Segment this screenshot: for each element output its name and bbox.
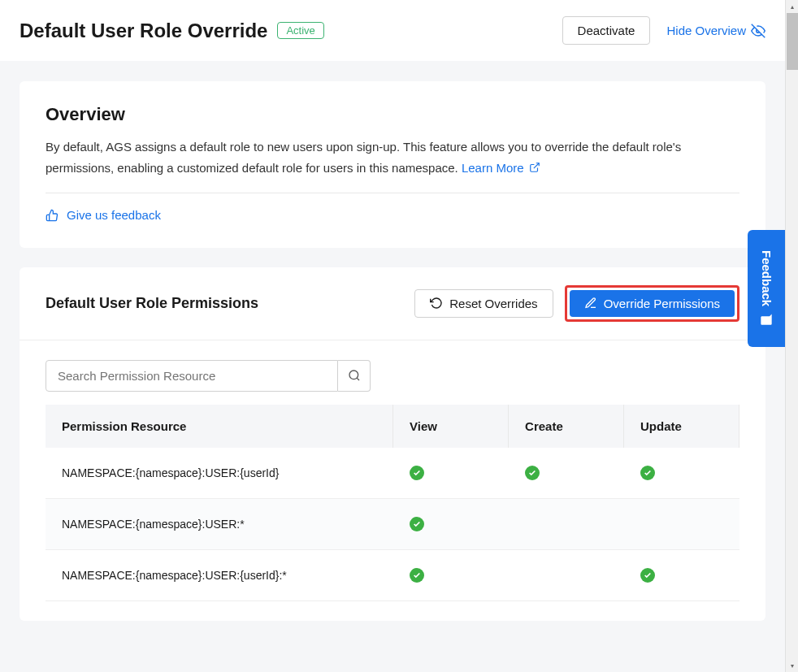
check-icon [640, 568, 655, 583]
chat-icon [760, 314, 773, 327]
scrollbar[interactable]: ▴ ▾ [785, 0, 798, 672]
check-icon [410, 466, 424, 480]
override-permissions-button[interactable]: Override Permissions [570, 290, 735, 317]
table-row: NAMESPACE:{namespace}:USER:{userId}:* [46, 549, 739, 600]
table-row: NAMESPACE:{namespace}:USER:* [46, 498, 739, 549]
deactivate-button[interactable]: Deactivate [562, 16, 651, 45]
overview-title: Overview [46, 104, 739, 125]
page-title: Default User Role Override [20, 20, 267, 42]
col-create: Create [509, 405, 624, 448]
feedback-tab-label: Feedback [760, 250, 774, 306]
cell-resource: NAMESPACE:{namespace}:USER:{userId}:* [46, 549, 393, 600]
search-input[interactable] [46, 360, 338, 392]
check-icon [525, 466, 540, 480]
feedback-tab[interactable]: Feedback [748, 230, 785, 347]
override-permissions-label: Override Permissions [604, 297, 720, 310]
permissions-title: Default User Role Permissions [46, 295, 258, 312]
learn-more-label: Learn More [462, 158, 524, 179]
col-view: View [393, 405, 509, 448]
svg-line-3 [357, 378, 359, 380]
hide-overview-button[interactable]: Hide Overview [666, 24, 765, 38]
scrollbar-thumb[interactable] [787, 13, 798, 70]
give-feedback-label: Give us feedback [67, 208, 161, 222]
highlight-box: Override Permissions [565, 285, 739, 322]
svg-point-2 [349, 371, 358, 379]
hide-overview-label: Hide Overview [666, 24, 746, 37]
cell-resource: NAMESPACE:{namespace}:USER:* [46, 498, 393, 549]
col-update: Update [624, 405, 739, 448]
permissions-table: Permission Resource View Create Update N… [46, 405, 739, 601]
check-icon [410, 568, 424, 583]
reset-overrides-button[interactable]: Reset Overrides [414, 289, 553, 318]
give-feedback-link[interactable]: Give us feedback [46, 208, 161, 222]
refresh-icon [430, 297, 443, 310]
page-header: Default User Role Override Active Deacti… [0, 0, 785, 62]
edit-icon [584, 297, 597, 310]
cell-resource: NAMESPACE:{namespace}:USER:{userId} [46, 448, 393, 499]
cell-view [393, 448, 509, 499]
permissions-card: Default User Role Permissions Reset Over… [20, 267, 765, 621]
cell-create [509, 549, 624, 600]
check-icon [410, 517, 424, 531]
cell-create [509, 498, 624, 549]
cell-update [624, 448, 739, 499]
thumbs-up-icon [46, 209, 59, 222]
search-icon [348, 369, 361, 382]
learn-more-link[interactable]: Learn More [462, 158, 540, 179]
eye-off-icon [751, 24, 765, 38]
table-row: NAMESPACE:{namespace}:USER:{userId} [46, 448, 739, 499]
svg-line-1 [533, 163, 538, 168]
status-badge: Active [277, 22, 323, 39]
cell-view [393, 498, 509, 549]
cell-update [624, 549, 739, 600]
scroll-down-arrow[interactable]: ▾ [786, 659, 798, 672]
overview-text: By default, AGS assigns a default role t… [46, 137, 739, 178]
cell-create [509, 448, 624, 499]
search-button[interactable] [338, 360, 371, 392]
divider [46, 193, 739, 193]
cell-view [393, 549, 509, 600]
col-resource: Permission Resource [46, 405, 393, 448]
scroll-up-arrow[interactable]: ▴ [786, 0, 798, 13]
check-icon [640, 466, 655, 480]
cell-update [624, 498, 739, 549]
reset-overrides-label: Reset Overrides [449, 297, 537, 310]
external-link-icon [529, 162, 540, 173]
overview-card: Overview By default, AGS assigns a defau… [20, 81, 765, 248]
